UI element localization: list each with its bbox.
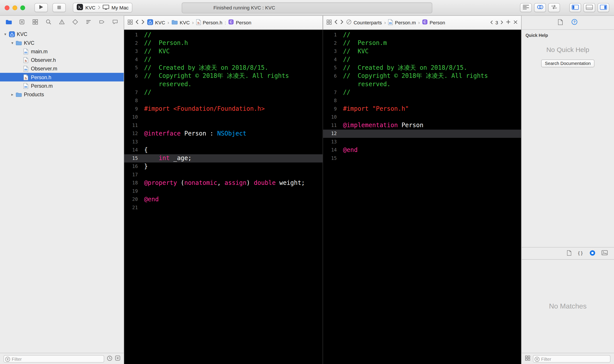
source-editor-person-h[interactable]: 1//2// Person.h3// KVC4//5// Created by … xyxy=(124,30,323,364)
line-number[interactable]: 19 xyxy=(124,187,138,195)
line-number[interactable]: 7 xyxy=(124,89,138,97)
code-line[interactable]: 5// Created by 冰凌天 on 2018/8/15. xyxy=(323,64,521,72)
line-number[interactable]: 13 xyxy=(323,138,337,146)
find-navigator-tab[interactable] xyxy=(44,18,53,26)
code-line[interactable]: 6// Copyright © 2018年 冰凌天. All rights xyxy=(323,72,521,80)
code-line[interactable]: 3// KVC xyxy=(124,47,323,56)
zoom-button[interactable] xyxy=(20,5,25,10)
jumpbar-item[interactable]: mPerson.m xyxy=(388,19,416,26)
disclosure-triangle-icon[interactable]: ▸ xyxy=(9,92,15,97)
code-line[interactable]: 14{ xyxy=(124,146,323,154)
project-navigator-tab[interactable] xyxy=(4,18,13,26)
line-number[interactable]: 10 xyxy=(124,113,138,121)
jumpbar-item[interactable]: KVC xyxy=(171,19,190,26)
line-number[interactable]: 11 xyxy=(124,121,138,130)
code-line[interactable]: reserved. xyxy=(323,80,521,89)
media-library-tab[interactable] xyxy=(601,250,608,257)
next-counterpart-button[interactable] xyxy=(500,20,503,26)
toggle-debug-area-button[interactable] xyxy=(584,3,595,12)
code-line-current[interactable]: 12 xyxy=(323,130,521,138)
line-number[interactable]: 21 xyxy=(124,204,138,212)
code-line[interactable]: 7// xyxy=(124,89,323,97)
close-assistant-editor-button[interactable] xyxy=(513,20,518,26)
line-number[interactable]: 5 xyxy=(323,64,337,72)
line-number[interactable]: 6 xyxy=(323,72,337,80)
search-documentation-button[interactable]: Search Documentation xyxy=(541,59,595,67)
code-line[interactable]: 8 xyxy=(124,97,323,105)
navigator-item-kvc[interactable]: ▾KVC xyxy=(0,38,124,47)
line-number[interactable]: 9 xyxy=(323,105,337,113)
go-back-button[interactable] xyxy=(135,20,139,26)
quick-help-inspector-tab[interactable]: ? xyxy=(571,19,578,26)
code-snippet-library-tab[interactable]: { } xyxy=(577,250,584,257)
code-line[interactable]: 11 xyxy=(124,121,323,130)
debug-navigator-tab[interactable] xyxy=(84,18,93,26)
close-button[interactable] xyxy=(5,5,9,10)
code-line[interactable]: 8 xyxy=(323,97,521,105)
line-number[interactable] xyxy=(124,80,138,89)
line-number[interactable]: 1 xyxy=(124,31,138,39)
line-number[interactable]: 8 xyxy=(323,97,337,105)
file-template-library-tab[interactable] xyxy=(567,250,572,257)
library-filter-input[interactable] xyxy=(533,355,611,363)
code-line[interactable]: 14@end xyxy=(323,146,521,154)
jumpbar-item[interactable]: Counterparts xyxy=(346,19,382,26)
disclosure-triangle-icon[interactable]: ▾ xyxy=(9,40,15,45)
code-line[interactable]: 5// Created by 冰凌天 on 2018/8/15. xyxy=(124,64,323,72)
jumpbar-item[interactable]: hPerson.h xyxy=(196,19,222,26)
line-number[interactable]: 18 xyxy=(124,179,138,187)
line-number[interactable]: 4 xyxy=(124,56,138,64)
line-number[interactable] xyxy=(323,80,337,89)
code-line[interactable]: 9#import "Person.h" xyxy=(323,105,521,113)
line-number[interactable]: 14 xyxy=(124,146,138,154)
add-assistant-editor-button[interactable] xyxy=(506,20,510,26)
line-number[interactable]: 12 xyxy=(323,130,337,138)
code-line[interactable]: 21 xyxy=(124,204,323,212)
stop-button[interactable] xyxy=(52,3,66,12)
code-line[interactable]: 3// KVC xyxy=(323,47,521,56)
line-number[interactable]: 6 xyxy=(124,72,138,80)
code-line[interactable]: 15 xyxy=(323,154,521,163)
version-editor-button[interactable] xyxy=(548,3,560,12)
code-line[interactable]: 4// xyxy=(323,56,521,64)
minimize-button[interactable] xyxy=(13,5,17,10)
line-number[interactable]: 15 xyxy=(323,154,337,163)
line-number[interactable]: 1 xyxy=(323,31,337,39)
scm-status-filter-button[interactable] xyxy=(115,355,120,362)
related-items-button[interactable] xyxy=(327,19,332,26)
object-library-tab[interactable] xyxy=(589,249,596,257)
line-number[interactable]: 15 xyxy=(124,154,138,163)
code-line-current[interactable]: 15 int _age; xyxy=(124,154,323,163)
code-line[interactable]: 4// xyxy=(124,56,323,64)
line-number[interactable]: 12 xyxy=(124,130,138,138)
report-navigator-tab[interactable] xyxy=(111,18,119,26)
source-editor-person-m[interactable]: 1//2// Person.m3// KVC4//5// Created by … xyxy=(323,30,521,364)
scheme-selector[interactable]: KVC My Mac xyxy=(73,3,132,13)
line-number[interactable]: 2 xyxy=(323,39,337,48)
test-navigator-tab[interactable] xyxy=(71,18,79,26)
code-line[interactable]: 16} xyxy=(124,162,323,171)
related-items-button[interactable] xyxy=(128,19,133,26)
run-button[interactable] xyxy=(34,3,48,12)
code-line[interactable]: 2// Person.h xyxy=(124,39,323,48)
go-forward-button[interactable] xyxy=(340,20,343,26)
breakpoint-navigator-tab[interactable] xyxy=(98,18,106,26)
code-line[interactable]: 10 xyxy=(124,113,323,121)
recent-files-button[interactable] xyxy=(107,355,112,362)
navigator-item-person-m[interactable]: mPerson.m xyxy=(0,81,124,90)
disclosure-triangle-icon[interactable]: ▾ xyxy=(2,32,8,36)
navigator-item-products[interactable]: ▸Products xyxy=(0,90,124,99)
library-view-toggle-button[interactable] xyxy=(525,355,530,362)
line-number[interactable]: 11 xyxy=(323,121,337,130)
code-line[interactable]: 17 xyxy=(124,171,323,179)
code-line[interactable]: 1// xyxy=(323,31,521,39)
standard-editor-button[interactable] xyxy=(520,3,532,12)
code-line[interactable]: 20@end xyxy=(124,195,323,204)
line-number[interactable]: 8 xyxy=(124,97,138,105)
code-line[interactable]: 19 xyxy=(124,187,323,195)
code-line[interactable]: 11@implementation Person xyxy=(323,121,521,130)
previous-counterpart-button[interactable] xyxy=(490,20,493,26)
jumpbar-item[interactable]: KVC xyxy=(147,19,165,26)
line-number[interactable]: 2 xyxy=(124,39,138,48)
code-line[interactable]: 1// xyxy=(124,31,323,39)
